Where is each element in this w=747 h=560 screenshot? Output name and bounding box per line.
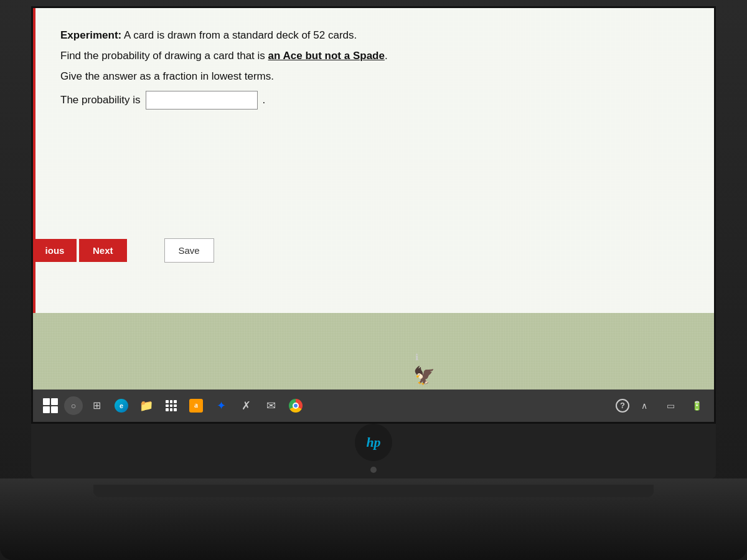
previous-button[interactable]: ious bbox=[33, 239, 77, 262]
experiment-line2-end: . bbox=[385, 50, 388, 62]
experiment-label: Experiment: bbox=[60, 29, 121, 41]
system-tray: ? ∧ ▭ 🔋 bbox=[616, 394, 708, 417]
file-explorer-button[interactable]: 📁 bbox=[135, 394, 157, 417]
laptop-outer: Experiment: A card is drawn from a stand… bbox=[0, 0, 747, 560]
chrome-inner-circle bbox=[293, 403, 299, 409]
screen-area: Experiment: A card is drawn from a stand… bbox=[31, 6, 716, 424]
period: . bbox=[263, 94, 266, 106]
chrome-button[interactable] bbox=[284, 394, 307, 417]
laptop-base bbox=[0, 478, 747, 560]
bottom-bezel bbox=[31, 461, 716, 478]
edge-icon: e bbox=[115, 399, 128, 413]
chevron-up-icon: ∧ bbox=[641, 401, 647, 411]
folder-icon: 📁 bbox=[139, 399, 153, 413]
task-view-button[interactable]: ⊞ bbox=[85, 394, 108, 417]
bezel-dot bbox=[370, 467, 377, 473]
probability-line: The probability is . bbox=[60, 91, 689, 110]
amazon-icon: a bbox=[189, 399, 203, 413]
info-icon: ℹ bbox=[415, 352, 418, 362]
chrome-icon bbox=[289, 399, 303, 413]
laptop-base-inner bbox=[93, 485, 654, 497]
experiment-line1: A card is drawn from a standard deck of … bbox=[121, 29, 357, 41]
dropbox-button[interactable]: ✦ bbox=[210, 394, 232, 417]
hp-logo-circle: hp bbox=[355, 424, 392, 461]
apps-grid-icon bbox=[166, 400, 177, 411]
help-button[interactable]: ? bbox=[616, 399, 629, 413]
dropbox-icon: ✦ bbox=[217, 399, 226, 413]
experiment-line3: Give the answer as a fraction in lowest … bbox=[60, 70, 274, 82]
display-button[interactable]: ▭ bbox=[659, 394, 682, 417]
content-panel: Experiment: A card is drawn from a stand… bbox=[33, 8, 714, 313]
probability-answer-input[interactable] bbox=[146, 91, 258, 110]
probability-prefix: The probability is bbox=[60, 94, 141, 106]
mail-button[interactable]: ✉ bbox=[260, 394, 282, 417]
task-view-icon: ⊞ bbox=[93, 399, 101, 411]
windows-start-button[interactable] bbox=[39, 394, 62, 417]
taskbar: ○ ⊞ e 📁 bbox=[33, 390, 714, 422]
next-button[interactable]: Next bbox=[79, 239, 127, 262]
mail-icon: ✉ bbox=[266, 399, 276, 413]
apps-button[interactable] bbox=[160, 394, 182, 417]
button-row: ious Next Save bbox=[33, 238, 214, 263]
battery-button[interactable]: 🔋 bbox=[685, 394, 708, 417]
hp-logo-text: hp bbox=[366, 434, 380, 450]
search-button[interactable]: ○ bbox=[64, 396, 83, 415]
xmark-button[interactable]: ✗ bbox=[235, 394, 257, 417]
amazon-button[interactable]: a bbox=[185, 394, 207, 417]
save-button[interactable]: Save bbox=[164, 238, 214, 263]
windows-logo-icon bbox=[39, 394, 62, 417]
eagle-mascot-icon: 🦅 bbox=[413, 362, 435, 390]
xmark-icon: ✗ bbox=[242, 399, 251, 413]
experiment-line2-prefix: Find the probability of drawing a card t… bbox=[60, 50, 268, 62]
experiment-line2-bold: an Ace but not a Spade bbox=[268, 50, 385, 62]
chevron-up-button[interactable]: ∧ bbox=[633, 394, 655, 417]
display-icon: ▭ bbox=[667, 401, 675, 411]
question-icon: ? bbox=[620, 401, 625, 410]
experiment-text: Experiment: A card is drawn from a stand… bbox=[60, 27, 689, 86]
search-icon: ○ bbox=[71, 401, 76, 411]
hp-logo-area: hp bbox=[31, 424, 716, 461]
edge-browser-button[interactable]: e bbox=[110, 394, 133, 417]
battery-icon: 🔋 bbox=[692, 401, 702, 411]
